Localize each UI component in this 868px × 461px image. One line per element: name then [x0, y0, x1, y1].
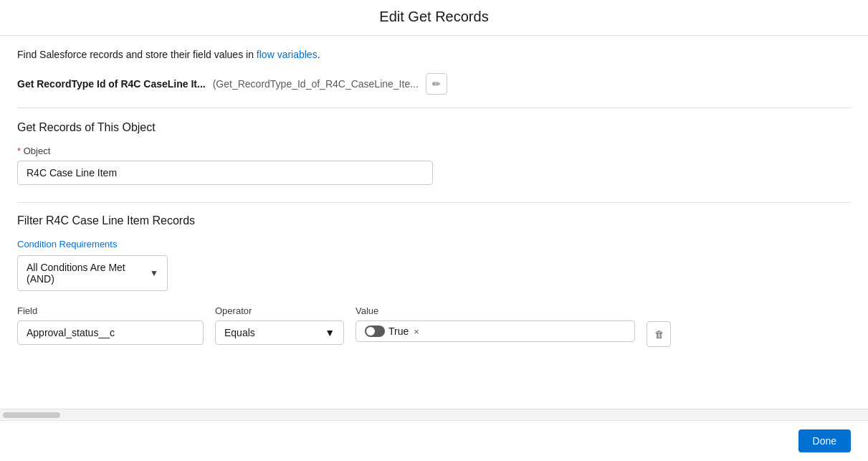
record-name-row: Get RecordType Id of R4C CaseLine It... … — [17, 73, 851, 108]
operator-col: Operator Equals ▼ — [215, 305, 344, 345]
page-header: Edit Get Records — [0, 0, 868, 36]
page-body: Find Salesforce records and store their … — [0, 36, 868, 409]
value-col-label: Value — [356, 305, 635, 316]
condition-dropdown-value: All Conditions Are Met (AND) — [27, 262, 150, 285]
object-section-title: Get Records of This Object — [17, 121, 851, 134]
required-asterisk: * — [17, 146, 24, 156]
value-col: Value True × — [356, 305, 635, 342]
object-field-label: * Object — [17, 146, 851, 156]
chip-toggle-icon — [365, 325, 385, 337]
filter-section: Filter R4C Case Line Item Records Condit… — [17, 214, 851, 347]
record-name-api: (Get_RecordType_Id_of_R4C_CaseLine_Ite..… — [213, 78, 419, 90]
description-after: . — [318, 49, 320, 60]
field-col: Field — [17, 305, 204, 345]
scroll-thumb — [3, 412, 60, 418]
condition-dropdown[interactable]: All Conditions Are Met (AND) ▼ — [17, 255, 168, 291]
bottom-scroll-hint — [0, 409, 868, 420]
object-section: Get Records of This Object * Object — [17, 121, 851, 185]
operator-col-label: Operator — [215, 305, 344, 316]
record-name-edit-button[interactable]: ✏ — [426, 73, 447, 95]
operator-chevron-icon: ▼ — [325, 327, 335, 338]
field-input[interactable] — [17, 320, 204, 345]
operator-value: Equals — [224, 327, 255, 338]
object-label-text: Object — [24, 146, 51, 156]
description-before: Find Salesforce records and store their … — [17, 49, 257, 60]
field-col-label: Field — [17, 305, 204, 316]
value-chip-input[interactable]: True × — [356, 320, 635, 342]
filter-section-title: Filter R4C Case Line Item Records — [17, 214, 851, 227]
value-chip-text: True — [388, 325, 409, 337]
condition-requirements-label: Condition Requirements — [17, 239, 851, 249]
conditions-row: Field Operator Equals ▼ Value — [17, 305, 851, 347]
delete-icon: 🗑 — [654, 329, 664, 340]
object-input[interactable] — [17, 161, 433, 185]
done-button[interactable]: Done — [798, 429, 851, 452]
description-link[interactable]: flow variables — [257, 49, 318, 60]
description-text: Find Salesforce records and store their … — [17, 49, 851, 60]
chevron-down-icon: ▼ — [150, 268, 158, 278]
page-container: Edit Get Records Find Salesforce records… — [0, 0, 868, 461]
delete-row-button[interactable]: 🗑 — [647, 321, 671, 347]
chip-close-icon[interactable]: × — [414, 326, 419, 337]
edit-icon: ✏ — [432, 78, 441, 90]
section-divider — [17, 202, 851, 203]
page-footer: Done — [0, 420, 868, 461]
value-chip: True × — [365, 325, 419, 337]
page-title: Edit Get Records — [0, 9, 868, 25]
operator-dropdown[interactable]: Equals ▼ — [215, 320, 344, 345]
record-name-bold: Get RecordType Id of R4C CaseLine It... — [17, 78, 206, 90]
